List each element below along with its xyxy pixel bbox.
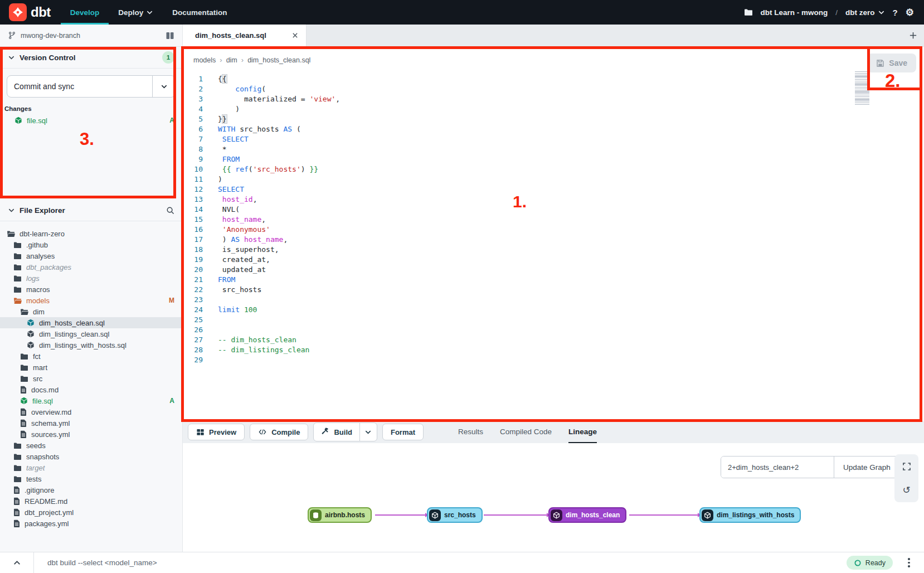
lineage-node-dim-listings-with-hosts[interactable]: dim_listings_with_hosts xyxy=(699,507,801,523)
file-tree-item-label: dbt_project.yml xyxy=(25,508,74,517)
file-tree-item-dim-hosts-clean-sql[interactable]: dim_hosts_clean.sql xyxy=(0,317,182,328)
file-tree-item-overview-md[interactable]: overview.md xyxy=(0,406,182,417)
file-tree-item--github[interactable]: .github xyxy=(0,239,182,250)
file-tree-item-analyses[interactable]: analyses xyxy=(0,250,182,261)
code-area[interactable]: 1234567891011121314151617181920212223242… xyxy=(183,74,924,421)
format-button[interactable]: Format xyxy=(382,424,424,440)
code-editor: models › dim › dim_hosts_clean.sql Save … xyxy=(183,47,924,421)
line-number: 24 xyxy=(183,305,207,315)
file-tree-item-logs[interactable]: logs xyxy=(0,273,182,284)
file-icon xyxy=(20,430,27,438)
line-number: 7 xyxy=(183,134,207,144)
file-tree-item-schema-yml[interactable]: schema.yml xyxy=(0,417,182,429)
docs-panel-icon[interactable] xyxy=(166,32,174,40)
navbar-right: dbt Learn - mwong / dbt zero ? ⚙ xyxy=(744,8,924,17)
file-tree-item-packages-yml[interactable]: packages.yml xyxy=(0,518,182,529)
file-tree-item-src[interactable]: src xyxy=(0,373,182,384)
file-tree-item-dbt-project-yml[interactable]: dbt_project.yml xyxy=(0,507,182,518)
file-explorer-header[interactable]: File Explorer xyxy=(0,200,182,221)
lineage-edge xyxy=(484,514,547,516)
file-icon xyxy=(13,508,20,516)
tab-lineage[interactable]: Lineage xyxy=(568,421,597,443)
line-number: 28 xyxy=(183,345,207,355)
file-tree-item-label: snapshots xyxy=(26,453,59,461)
search-icon[interactable] xyxy=(166,206,174,215)
file-tree-item-label: src xyxy=(33,375,42,383)
changed-file-row[interactable]: file.sql A xyxy=(0,114,182,127)
nav-item-deploy[interactable]: Deploy xyxy=(109,0,163,25)
file-tree-item-macros[interactable]: macros xyxy=(0,284,182,295)
file-tree-item-dbt-learn-zero[interactable]: dbt-learn-zero xyxy=(0,228,182,239)
line-number: 19 xyxy=(183,255,207,265)
file-tree-item-mart[interactable]: mart xyxy=(0,362,182,373)
file-tree-item-label: fct xyxy=(33,352,41,361)
kebab-menu-icon[interactable] xyxy=(901,558,917,567)
cube-line-icon xyxy=(429,509,441,521)
lineage-node-airbnb-hosts[interactable]: airbnb.hosts xyxy=(308,507,372,523)
commit-and-sync-button[interactable]: Commit and sync xyxy=(7,75,176,98)
file-tree-item-sources-yml[interactable]: sources.yml xyxy=(0,429,182,440)
file-tree-item-dbt-packages[interactable]: dbt_packages xyxy=(0,261,182,273)
compile-button[interactable]: Compile xyxy=(250,424,308,440)
file-icon xyxy=(20,386,27,394)
tab-dim-hosts-clean[interactable]: dim_hosts_clean.sql xyxy=(183,25,307,46)
breadcrumb-models[interactable]: models xyxy=(193,56,216,64)
lineage-node-dim-hosts-clean[interactable]: dim_hosts_clean xyxy=(548,507,626,523)
file-tree-item-label: dim_listings_with_hosts.sql xyxy=(39,341,127,349)
branch-name[interactable]: mwong-dev-branch xyxy=(21,32,80,40)
line-numbers: 1234567891011121314151617181920212223242… xyxy=(183,74,207,365)
file-tree-item-label: target xyxy=(26,464,45,472)
file-tree-item-dim-listings-clean-sql[interactable]: dim_listings_clean.sql xyxy=(0,328,182,339)
new-tab-button[interactable] xyxy=(909,31,917,40)
git-branch-icon xyxy=(8,31,16,40)
file-tree-item--gitignore[interactable]: .gitignore xyxy=(0,484,182,496)
help-button[interactable]: ? xyxy=(893,8,898,17)
code-line: src_hosts xyxy=(218,285,907,295)
file-tree-item-fct[interactable]: fct xyxy=(0,351,182,362)
file-tree-item-target[interactable]: target xyxy=(0,462,182,473)
file-tree-item-dim[interactable]: dim xyxy=(0,306,182,317)
lineage-node-src-hosts[interactable]: src_hosts xyxy=(427,507,483,523)
save-button[interactable]: Save xyxy=(867,54,916,72)
file-tree-item-seeds[interactable]: seeds xyxy=(0,440,182,451)
preview-button[interactable]: Preview xyxy=(188,424,245,440)
fullscreen-icon[interactable] xyxy=(894,454,918,478)
file-tree-item-dim-listings-with-hosts-sql[interactable]: dim_listings_with_hosts.sql xyxy=(0,339,182,351)
file-tree-item-readme-md[interactable]: README.md xyxy=(0,496,182,507)
command-input[interactable]: dbt build --select <model_name> xyxy=(33,552,847,573)
project-folder-icon xyxy=(744,8,753,16)
file-tree-item-tests[interactable]: tests xyxy=(0,473,182,484)
nav-item-documentation[interactable]: Documentation xyxy=(163,0,236,25)
breadcrumb-dim[interactable]: dim xyxy=(226,56,237,64)
update-graph-button[interactable]: Update Graph xyxy=(834,457,899,478)
line-number: 26 xyxy=(183,325,207,335)
tab-compiled-code[interactable]: Compiled Code xyxy=(500,421,552,443)
build-button[interactable]: Build xyxy=(313,423,377,441)
command-bar: dbt build --select <model_name> Ready xyxy=(0,552,924,573)
tab-results[interactable]: Results xyxy=(458,421,483,443)
gear-icon[interactable]: ⚙ xyxy=(906,8,914,17)
commit-options-caret[interactable] xyxy=(152,76,175,97)
file-tree-item-docs-md[interactable]: docs.md xyxy=(0,384,182,395)
file-tree-item-snapshots[interactable]: snapshots xyxy=(0,451,182,462)
lineage-filter-input[interactable] xyxy=(721,457,834,478)
close-icon[interactable] xyxy=(292,32,298,38)
file-tree-item-label: packages.yml xyxy=(25,519,69,528)
chevron-up-icon[interactable] xyxy=(0,559,33,567)
file-tree-item-models[interactable]: modelsM xyxy=(0,295,182,306)
version-control-header[interactable]: Version Control 1 xyxy=(0,47,182,69)
main-nav: DevelopDeployDocumentation xyxy=(61,0,237,25)
account-name[interactable]: dbt Learn - mwong xyxy=(761,8,828,17)
code-line: {{ ref('src_hosts') }} xyxy=(218,164,907,174)
breadcrumb-file[interactable]: dim_hosts_clean.sql xyxy=(247,56,310,64)
project-selector[interactable]: dbt zero xyxy=(845,8,885,17)
reset-view-icon[interactable]: ↺ xyxy=(894,478,918,502)
dbt-logo[interactable]: dbt xyxy=(0,0,61,25)
code-line: ) xyxy=(218,174,907,184)
file-tree-item-file-sql[interactable]: file.sqlA xyxy=(0,395,182,406)
code-line: ) AS host_name, xyxy=(218,235,907,245)
lineage-node-label: dim_hosts_clean xyxy=(566,511,620,519)
build-options-caret[interactable] xyxy=(359,423,377,441)
file-tree-item-label: dbt_packages xyxy=(26,263,71,271)
nav-item-develop[interactable]: Develop xyxy=(61,0,109,25)
